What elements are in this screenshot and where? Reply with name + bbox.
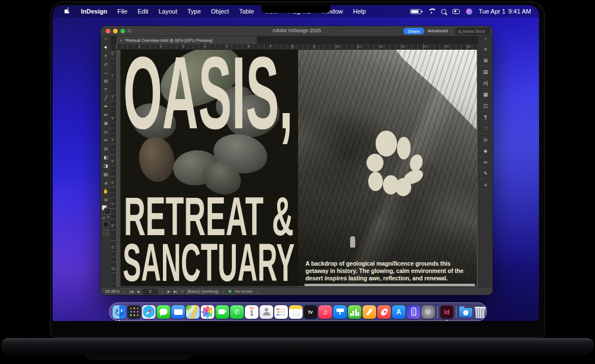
color-theme-panel[interactable]: ✎ — [478, 168, 493, 179]
dock-item-iphone-mirroring[interactable] — [407, 305, 420, 319]
pages-panel[interactable]: ▤ — [478, 66, 493, 77]
links-panel[interactable]: ∞ — [478, 157, 493, 168]
effects-panel[interactable]: fx — [478, 134, 493, 145]
menu-item-object[interactable]: Object — [206, 8, 234, 15]
formatting-affects-text-button[interactable]: T — [107, 215, 110, 219]
share-button[interactable]: Share — [403, 28, 424, 34]
dock-item-mail[interactable] — [171, 305, 185, 319]
headline-oasis[interactable]: OASIS, — [122, 55, 296, 141]
expand-panels-icon[interactable]: » — [485, 37, 487, 44]
siri-icon[interactable] — [466, 8, 472, 15]
note-tool[interactable]: ▤ — [101, 170, 111, 179]
dock-item-downloads[interactable]: ↓ — [459, 305, 472, 319]
paragraph-panel[interactable]: ¶ — [478, 111, 493, 123]
dock-item-notes[interactable] — [289, 305, 303, 319]
page-chevron-icon[interactable]: ⌄ — [161, 289, 164, 294]
line-tool[interactable]: ╱ — [101, 94, 111, 102]
cc-libraries-panel[interactable]: ⊞ — [478, 55, 493, 66]
dock-item-trash[interactable] — [473, 305, 487, 319]
dock-item-photos[interactable] — [201, 305, 214, 319]
frame-tool[interactable]: ⊠ — [101, 119, 111, 128]
gap-tool[interactable]: ↔ — [101, 68, 111, 77]
first-page-button[interactable]: |◀ — [130, 289, 133, 294]
gradient-feather-tool[interactable]: ◨ — [101, 162, 111, 170]
zoom-level[interactable]: 59.86% — [105, 289, 119, 294]
character-panel[interactable]: A| — [478, 77, 493, 89]
dock-item-calendar[interactable]: Tue 1 — [245, 305, 258, 319]
next-page-button[interactable]: ▶ — [167, 289, 170, 294]
scissors-tool[interactable]: ✂ — [101, 136, 111, 145]
menu-item-appname[interactable]: InDesign — [76, 8, 112, 15]
window-titlebar[interactable]: ⌂ Adobe InDesign 2025 Share Advanced ⌄ A… — [101, 26, 493, 36]
swatches-panel[interactable]: ▦ — [478, 89, 493, 100]
dock-item-reminders[interactable] — [274, 305, 288, 319]
apply-color-button[interactable] — [103, 222, 109, 227]
stroke-panel[interactable]: ≡ — [478, 179, 493, 190]
dock-item-tv[interactable]: tv — [304, 305, 317, 319]
menu-item-table[interactable]: Table — [234, 8, 259, 15]
dock-item-finder[interactable] — [113, 305, 126, 319]
zoom-chevron-icon[interactable]: ⌄ — [123, 289, 126, 294]
error-chevron-icon[interactable]: ⌄ — [256, 289, 258, 294]
dock-item-indesign[interactable]: Id — [440, 305, 454, 319]
dock-item-messages[interactable] — [157, 305, 170, 319]
previous-page-button[interactable]: ◀ — [137, 289, 140, 294]
fill-stroke-swatches[interactable] — [102, 205, 110, 214]
dock-item-settings[interactable]: ⚙ — [421, 305, 435, 319]
horizontal-ruler[interactable]: 1 2 3 4 5 6 7 8 9 10 11 12 13 14 15 16 — [111, 44, 478, 50]
headline-sanctuary[interactable]: SANCTUARY — [122, 242, 297, 284]
menu-item-edit[interactable]: Edit — [132, 8, 153, 15]
vertical-ruler[interactable]: 0 1 2 3 4 5 6 7 8 9 10 — [111, 50, 116, 287]
pen-tool[interactable]: ✒ — [101, 102, 111, 111]
gradient-swatch-tool[interactable]: ◧ — [101, 153, 111, 162]
preset-chevron-icon[interactable]: ⌄ — [222, 289, 225, 294]
dock-item-safari[interactable] — [142, 305, 156, 319]
content-collector-tool[interactable]: ⊟ — [101, 77, 111, 85]
stroke-color-swatch[interactable] — [105, 209, 110, 214]
pencil-tool[interactable]: ✏ — [101, 111, 111, 119]
align-panel[interactable]: ∷ — [478, 123, 493, 134]
screen-mode-button[interactable] — [103, 229, 109, 235]
apple-menu[interactable] — [59, 7, 76, 16]
dock-item-numbers[interactable] — [348, 305, 361, 319]
dock-item-keynote[interactable] — [333, 305, 347, 319]
dock-item-launchpad[interactable] — [127, 305, 141, 319]
dock-item-music[interactable]: ♫ — [318, 305, 332, 319]
dock-item-pages[interactable] — [363, 305, 376, 319]
menu-item-type[interactable]: Type — [182, 8, 206, 15]
dock-item-facetime[interactable] — [215, 305, 229, 319]
menu-item-help[interactable]: Help — [348, 8, 371, 15]
wifi-icon[interactable] — [428, 8, 435, 14]
type-tool[interactable]: T — [101, 85, 111, 94]
control-center-icon[interactable] — [452, 9, 460, 14]
horizontal-scrollbar[interactable] — [304, 284, 475, 286]
menu-item-layout[interactable]: Layout — [153, 8, 182, 15]
dock-item-phone[interactable]: ✆ — [230, 305, 244, 319]
last-page-button[interactable]: ▶| — [174, 289, 178, 294]
workspace-switcher[interactable]: Advanced ⌄ — [428, 28, 452, 33]
dock-item-appstore[interactable]: A — [392, 305, 406, 319]
battery-icon[interactable] — [410, 9, 421, 14]
menu-item-file[interactable]: File — [112, 8, 132, 15]
rectangle-tool[interactable]: ▭ — [101, 128, 111, 136]
zoom-tool[interactable]: ⊙ — [101, 196, 111, 204]
free-transform-tool[interactable]: ⊡ — [101, 145, 111, 153]
eyedropper-tool[interactable]: ⊿ — [101, 179, 111, 187]
document-tab[interactable]: × *Retreat Overview.indd @ 60% [GPU Prev… — [117, 36, 257, 44]
spread-right-page[interactable]: A backdrop of geological magnificence gr… — [298, 50, 477, 286]
body-text-frame[interactable]: A backdrop of geological magnificence gr… — [305, 260, 473, 282]
properties-panel[interactable]: ≡ — [478, 44, 493, 55]
adobe-stock-search[interactable]: Adobe Stock — [455, 28, 490, 34]
page-number-field[interactable]: 2 — [143, 289, 158, 294]
dock-item-rocket[interactable] — [377, 305, 391, 319]
dock-item-contacts[interactable] — [260, 305, 273, 319]
tab-close-icon[interactable]: × — [120, 38, 123, 43]
menu-clock[interactable]: Tue Apr 1 9:41 AM — [478, 8, 531, 15]
preflight-profile[interactable]: [Basic] (working) — [187, 289, 218, 294]
formatting-affects-container-button[interactable]: ◱ — [102, 215, 106, 219]
dock-item-maps[interactable] — [186, 305, 200, 319]
hand-tool[interactable]: ✋ — [101, 187, 111, 196]
spread-left-page[interactable]: OASIS, RETREAT & SANCTUARY — [120, 50, 298, 286]
arrange-panel[interactable]: ◫ — [478, 100, 493, 111]
spotlight-icon[interactable] — [441, 9, 446, 14]
